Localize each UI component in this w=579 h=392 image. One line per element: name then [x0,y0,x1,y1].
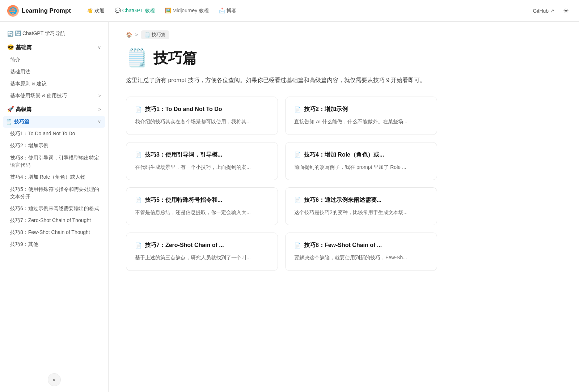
jiqiaopian-icon: 🗒️ [6,119,12,125]
breadcrumb: 🏠 > 🗒️ 技巧篇 [126,30,562,39]
sidebar-item-jiaqiao9[interactable]: 技巧9：其他 [3,239,105,250]
chatgpt-nav-icon: 🔄 [7,31,13,37]
topnav: 🌐 Learning Prompt 👋 欢迎 💬 ChatGPT 教程 🖼️ M… [0,0,579,22]
card-desc: 前面提到的改写例子，我在 prompt 里加了 Role ... [294,163,428,171]
sidebar-item-jiaqiao1[interactable]: 技巧1：To Do and Not To Do [3,128,105,140]
card-title: 📄 技巧4：增加 Role（角色）或... [294,151,428,159]
card-title-text: 技巧1：To Do and Not To Do [145,106,222,113]
card-desc: 基于上述的第三点缺点，研究人员就找到了一个叫... [135,253,269,261]
chevron-right-icon-gaoji: > [98,107,101,112]
card-title: 📄 技巧8：Few-Shot Chain of ... [294,242,428,249]
sidebar-item-jiaqiao4[interactable]: 技巧4：增加 Role（角色）或人物 [3,171,105,183]
sidebar-item-jiaqiao5[interactable]: 技巧5：使用特殊符号指令和需要处理的文本分开 [3,183,105,203]
card-item-8[interactable]: 📄 技巧8：Few-Shot Chain of ... 要解决这个缺陷，就要使用… [285,233,437,270]
card-icon: 📄 [294,152,301,158]
active-indicator: 🗒️ 技巧篇 [6,119,29,125]
card-icon: 📄 [294,242,301,249]
sidebar: 🔄 🔄 ChatGPT 学习导航 😎 基础篇 ∨ 简介 基础用法 基本原则 & … [0,22,109,392]
breadcrumb-separator: > [135,32,138,38]
nav-blog[interactable]: 📩 博客 [215,5,241,16]
card-item-2[interactable]: 📄 技巧2：增加示例 直接告知 AI 什么能做，什么不能做外。在某些场... [285,97,437,135]
sidebar-item-jiaqiao6[interactable]: 技巧6：通过示例来阐述需要输出的格式 [3,203,105,214]
card-title-text: 技巧4：增加 Role（角色）或... [304,151,384,159]
card-title-text: 技巧5：使用特殊符号指令和... [145,196,222,204]
sidebar-item-jiaqiao2[interactable]: 技巧2：增加示例 [3,140,105,152]
sidebar-item-jiben-shiyong[interactable]: 基本使用场景 & 使用技巧 > [3,90,105,102]
nav-right: GitHub ↗ ☀ [533,5,572,17]
sidebar-item-jiben-yuanze[interactable]: 基本原则 & 建议 [3,78,105,90]
card-title: 📄 技巧7：Zero-Shot Chain of ... [135,242,269,249]
sidebar-collapse-button[interactable]: « [48,373,61,386]
card-item-1[interactable]: 📄 技巧1：To Do and Not To Do 我介绍的技巧其实在各个场景都… [126,97,278,135]
card-desc: 不管是信息总结，还是信息提取，你一定会输入大... [135,208,269,216]
card-title: 📄 技巧5：使用特殊符号指令和... [135,196,269,204]
nav-chatgpt[interactable]: 💬 ChatGPT 教程 [110,5,159,16]
theme-toggle-button[interactable]: ☀ [560,5,572,17]
logo-text: Learning Prompt [22,7,71,14]
sidebar-item-jichu-yongfa[interactable]: 基础用法 [3,66,105,78]
card-desc: 我介绍的技巧其实在各个场景都可以使用，我将其... [135,118,269,125]
sidebar-item-jiaqiao8[interactable]: 技巧8：Few-Shot Chain of Thought [3,227,105,238]
main-content: 🏠 > 🗒️ 技巧篇 🗒️ 技巧篇 这里汇总了所有 prompt 技巧，方便各位… [109,22,579,392]
sidebar-chatgpt-nav[interactable]: 🔄 🔄 ChatGPT 学习导航 [3,27,105,40]
sidebar-group-jichupian[interactable]: 😎 基础篇 ∨ [3,41,105,54]
card-icon: 📄 [294,197,301,203]
sidebar-group-gaojipian[interactable]: 🚀 高级篇 > [3,103,105,116]
card-item-6[interactable]: 📄 技巧6：通过示例来阐述需要... 这个技巧是技巧2的变种，比较常用于生成文本… [285,187,437,225]
nav-links: 👋 欢迎 💬 ChatGPT 教程 🖼️ Midjourney 教程 📩 博客 [83,5,533,16]
cards-grid: 📄 技巧1：To Do and Not To Do 我介绍的技巧其实在各个场景都… [126,97,437,271]
jiqiaopian-label: 技巧篇 [14,119,29,125]
card-title: 📄 技巧6：通过示例来阐述需要... [294,196,428,204]
group-jichupian-label: 😎 基础篇 [7,44,32,51]
chevron-down-icon: ∨ [98,45,101,50]
page-description: 这里汇总了所有 prompt 技巧，方便各位查阅。如果你已经看过基础篇和高级篇内… [126,75,437,85]
card-item-7[interactable]: 📄 技巧7：Zero-Shot Chain of ... 基于上述的第三点缺点，… [126,233,278,270]
page-title-icon: 🗒️ [126,48,148,68]
sidebar-jichupian-items: 简介 基础用法 基本原则 & 建议 基本使用场景 & 使用技巧 > [3,54,105,102]
chevron-right-icon: > [98,93,101,98]
card-icon: 📄 [135,197,142,203]
breadcrumb-home[interactable]: 🏠 [126,32,132,38]
chatgpt-nav-label: 🔄 ChatGPT 学习导航 [15,30,65,37]
card-title-text: 技巧7：Zero-Shot Chain of ... [145,242,224,249]
sidebar-group-jiqiaopian[interactable]: 🗒️ 技巧篇 ∨ [3,116,105,128]
nav-welcome[interactable]: 👋 欢迎 [83,5,109,16]
card-icon: 📄 [135,106,142,113]
layout: 🔄 🔄 ChatGPT 学习导航 😎 基础篇 ∨ 简介 基础用法 基本原则 & … [0,22,579,392]
sidebar-item-jianjie[interactable]: 简介 [3,54,105,66]
card-title-text: 技巧2：增加示例 [304,106,348,113]
breadcrumb-icon: 🗒️ [144,32,150,38]
card-icon: 📄 [135,242,142,249]
page-title: 技巧篇 [153,48,197,68]
card-icon: 📄 [135,152,142,158]
sidebar-item-jiaqiao7[interactable]: 技巧7：Zero-Shot Chain of Thought [3,215,105,226]
card-title: 📄 技巧3：使用引导词，引导模... [135,151,269,159]
card-desc: 这个技巧是技巧2的变种，比较常用于生成文本场... [294,208,428,216]
nav-midjourney[interactable]: 🖼️ Midjourney 教程 [161,5,213,16]
github-link[interactable]: GitHub ↗ [533,8,554,14]
card-item-5[interactable]: 📄 技巧5：使用特殊符号指令和... 不管是信息总结，还是信息提取，你一定会输入… [126,187,278,225]
breadcrumb-current: 🗒️ 技巧篇 [141,30,169,39]
sidebar-section: 🔄 🔄 ChatGPT 学习导航 😎 基础篇 ∨ 简介 基础用法 基本原则 & … [0,27,108,250]
logo-icon: 🌐 [7,5,19,17]
sidebar-item-jiaqiao3[interactable]: 技巧3：使用引导词，引导模型输出特定语言代码 [3,152,105,171]
card-title-text: 技巧6：通过示例来阐述需要... [304,196,381,204]
card-title-text: 技巧8：Few-Shot Chain of ... [304,242,382,249]
card-desc: 要解决这个缺陷，就要使用到新的技巧，Few-Sh... [294,253,428,261]
card-item-4[interactable]: 📄 技巧4：增加 Role（角色）或... 前面提到的改写例子，我在 promp… [285,142,437,180]
card-item-3[interactable]: 📄 技巧3：使用引导词，引导模... 在代码生成场景里，有一个小技巧，上面提到的… [126,142,278,180]
breadcrumb-label: 技巧篇 [152,31,166,38]
sidebar-jiqiaopian-items: 技巧1：To Do and Not To Do 技巧2：增加示例 技巧3：使用引… [3,128,105,250]
card-title: 📄 技巧1：To Do and Not To Do [135,106,269,113]
card-icon: 📄 [294,106,301,113]
card-desc: 直接告知 AI 什么能做，什么不能做外。在某些场... [294,118,428,125]
logo[interactable]: 🌐 Learning Prompt [7,5,71,17]
page-header: 🗒️ 技巧篇 [126,48,562,68]
group-gaojipian-label: 🚀 高级篇 [7,106,32,113]
chevron-down-icon-jiqqiao: ∨ [98,119,101,124]
card-desc: 在代码生成场景里，有一个小技巧，上面提到的案... [135,163,269,171]
card-title-text: 技巧3：使用引导词，引导模... [145,151,222,159]
card-title: 📄 技巧2：增加示例 [294,106,428,113]
